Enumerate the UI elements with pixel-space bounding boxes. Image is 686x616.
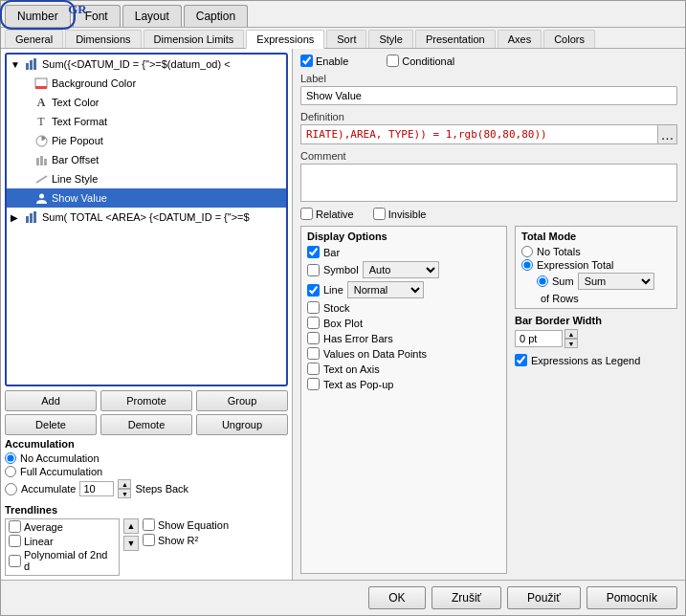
- tab-expressions[interactable]: Expressions: [246, 30, 324, 49]
- comment-input[interactable]: [300, 164, 677, 202]
- bar-border-input[interactable]: [515, 330, 563, 347]
- lower-section: Display Options Bar Symbol Auto Circle S…: [300, 226, 677, 574]
- expand-icon-2[interactable]: ▶: [11, 212, 22, 223]
- expand-icon[interactable]: ▼: [11, 59, 22, 70]
- tab-dimensions[interactable]: Dimensions: [65, 30, 141, 48]
- no-accumulation-row: No Accumulation: [5, 452, 288, 464]
- cancel-button[interactable]: Zrušiť: [432, 586, 501, 609]
- tree-item-bar-offset[interactable]: Bar Offset: [7, 150, 286, 169]
- no-totals-radio[interactable]: [521, 246, 533, 257]
- text-on-axis-label: Text on Axis: [323, 363, 380, 375]
- stock-label: Stock: [323, 302, 350, 314]
- tree-item-show-value[interactable]: Show Value: [7, 188, 286, 208]
- tree-item-pie-popout[interactable]: Pie Popout: [7, 131, 286, 150]
- steps-back-label: Steps Back: [135, 483, 188, 495]
- average-checkbox[interactable]: [9, 520, 21, 533]
- full-accumulation-radio[interactable]: [5, 466, 16, 477]
- steps-input[interactable]: [79, 481, 114, 496]
- symbol-checkbox[interactable]: [307, 264, 320, 276]
- ok-button[interactable]: OK: [368, 586, 426, 609]
- apply-button[interactable]: Použiť: [507, 586, 581, 609]
- symbol-select[interactable]: Auto Circle Square: [363, 261, 439, 278]
- group-button[interactable]: Group: [196, 390, 288, 411]
- line-select[interactable]: Normal Dashed Dotted: [347, 281, 424, 298]
- show-r2-checkbox[interactable]: [143, 534, 155, 546]
- values-data-points-checkbox[interactable]: [307, 347, 320, 360]
- text-popup-checkbox[interactable]: [307, 378, 320, 390]
- steps-down-button[interactable]: ▼: [118, 489, 131, 498]
- promote-button[interactable]: Promote: [100, 390, 192, 411]
- tree-item-text-format[interactable]: T Text Format: [7, 112, 286, 131]
- show-equation-row: Show Equation: [143, 518, 229, 531]
- tree-item-sum-total[interactable]: ▶ Sum( TOTAL <AREA> {<DATUM_ID = {">=$: [7, 208, 286, 227]
- no-totals-label: No Totals: [537, 246, 581, 257]
- steps-up-button[interactable]: ▲: [118, 479, 131, 489]
- expr-legend-checkbox[interactable]: [515, 354, 527, 366]
- delete-button[interactable]: Delete: [5, 414, 97, 435]
- text-on-axis-checkbox[interactable]: [307, 363, 320, 375]
- display-options: Display Options Bar Symbol Auto Circle S…: [300, 226, 507, 574]
- scroll-down-button[interactable]: ▼: [123, 536, 139, 551]
- definition-row: Definition …: [300, 111, 677, 144]
- bar-border-up-button[interactable]: ▲: [564, 329, 578, 339]
- scroll-up-button[interactable]: ▲: [123, 518, 139, 534]
- tab-presentation[interactable]: Presentation: [415, 30, 496, 48]
- conditional-checkbox[interactable]: [387, 55, 399, 67]
- help-button[interactable]: Pomocník: [586, 586, 677, 609]
- poly2-checkbox[interactable]: [9, 555, 21, 567]
- sum-radio[interactable]: [537, 275, 548, 287]
- definition-input-wrap: …: [300, 124, 677, 144]
- add-button[interactable]: Add: [5, 390, 97, 411]
- tree-item-line-style-label: Line Style: [52, 173, 98, 185]
- tab-general[interactable]: General: [5, 30, 63, 48]
- relative-checkbox[interactable]: [300, 208, 313, 220]
- definition-expand-button[interactable]: …: [658, 124, 677, 144]
- left-panel: ▼ Sum({<DATUM_ID = {">=$(datum_od) <: [1, 49, 293, 580]
- accumulation-title: Accumulation: [5, 438, 288, 450]
- stock-checkbox[interactable]: [307, 301, 320, 314]
- tab-colors[interactable]: Colors: [543, 30, 595, 48]
- right-panel: Enable Conditional Label Definition …: [293, 49, 685, 580]
- show-equation-checkbox[interactable]: [143, 518, 155, 531]
- bar-border-down-button[interactable]: ▼: [564, 339, 578, 348]
- main-content: ▼ Sum({<DATUM_ID = {">=$(datum_od) <: [1, 49, 685, 580]
- tab-dimension-limits[interactable]: Dimension Limits: [144, 30, 245, 48]
- box-plot-checkbox[interactable]: [307, 317, 320, 329]
- tab-axes[interactable]: Axes: [498, 30, 542, 48]
- trend-linear[interactable]: Linear: [6, 534, 119, 548]
- expression-tree[interactable]: ▼ Sum({<DATUM_ID = {">=$(datum_od) <: [5, 53, 288, 386]
- tree-item-line-style[interactable]: Line Style: [7, 169, 286, 188]
- demote-button[interactable]: Demote: [100, 414, 192, 435]
- chart-icon-2: [24, 209, 39, 225]
- expr-total-radio[interactable]: [521, 259, 533, 271]
- tree-item-text-color[interactable]: A Text Color: [7, 93, 286, 112]
- sum-row: Sum Sum Average: [521, 273, 671, 290]
- accumulate-radio[interactable]: [5, 483, 17, 495]
- enable-checkbox[interactable]: [300, 55, 313, 67]
- invisible-row: Invisible: [373, 208, 427, 220]
- error-bars-checkbox[interactable]: [307, 332, 320, 344]
- label-input[interactable]: [300, 86, 677, 105]
- tab-caption[interactable]: Caption: [184, 5, 248, 27]
- line-checkbox[interactable]: [307, 284, 320, 297]
- bar-border-input-wrap: ▲ ▼: [515, 329, 677, 348]
- definition-input[interactable]: [300, 124, 658, 144]
- no-accumulation-radio[interactable]: [5, 452, 16, 464]
- tree-item-bg-color[interactable]: Background Color: [7, 74, 286, 93]
- tab-style[interactable]: Style: [368, 30, 412, 48]
- bar-checkbox[interactable]: [307, 246, 320, 258]
- bar-offset-icon: [33, 152, 49, 167]
- trendlines-list[interactable]: Average Linear Polynomial of 2nd d: [5, 518, 120, 576]
- tree-item-text-color-label: Text Color: [52, 97, 100, 108]
- tab-layout[interactable]: Layout: [122, 5, 182, 27]
- invisible-checkbox[interactable]: [373, 208, 386, 220]
- ungroup-button[interactable]: Ungroup: [196, 414, 288, 435]
- sum-select[interactable]: Sum Average: [578, 273, 654, 290]
- trend-poly2[interactable]: Polynomial of 2nd d: [6, 548, 119, 573]
- tab-number[interactable]: Number GR: [5, 5, 71, 27]
- tree-item-sum-datum[interactable]: ▼ Sum({<DATUM_ID = {">=$(datum_od) <: [7, 55, 286, 74]
- tab-sort[interactable]: Sort: [326, 30, 366, 48]
- linear-checkbox[interactable]: [9, 535, 21, 547]
- line-style-icon: [33, 171, 49, 187]
- trend-average[interactable]: Average: [6, 519, 119, 534]
